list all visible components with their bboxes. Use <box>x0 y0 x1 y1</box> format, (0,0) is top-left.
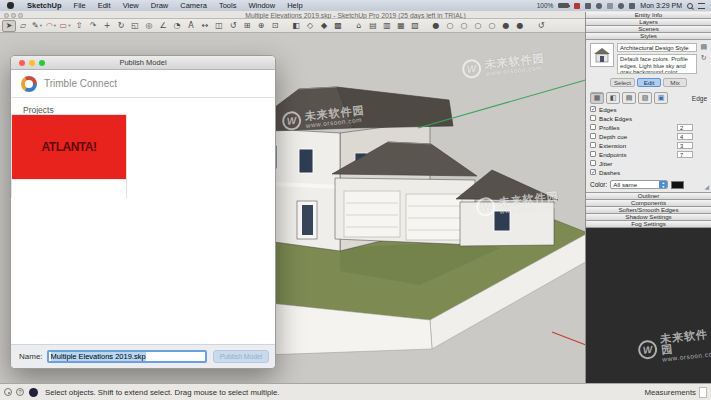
scene-7-icon[interactable]: ●▾ <box>513 20 527 32</box>
scene-4-icon[interactable]: ○▾ <box>471 20 485 32</box>
edge-option-value[interactable]: 7 <box>677 151 693 158</box>
volume-icon[interactable] <box>629 3 635 9</box>
extension-checkbox[interactable] <box>590 142 596 148</box>
menu-sketchup[interactable]: SketchUp <box>21 0 68 11</box>
edge-option-value[interactable]: 3 <box>677 142 693 149</box>
wifi-icon[interactable] <box>618 3 624 9</box>
edge-color-dropdown[interactable]: All same▲▼ <box>610 180 668 189</box>
menubar-extra-red-icon[interactable] <box>574 3 580 9</box>
scene-1-icon[interactable]: ●▾ <box>429 20 443 32</box>
pan-tool-icon[interactable]: ⊞▾ <box>240 20 254 32</box>
notification-center-icon[interactable] <box>698 3 705 9</box>
model-claim-icon[interactable] <box>29 388 38 397</box>
push-pull-tool-icon[interactable]: ⇧▾ <box>72 20 86 32</box>
orbit-tool-icon[interactable]: ↺▾ <box>226 20 240 32</box>
tape-measure-tool-icon[interactable]: ∠▾ <box>156 20 170 32</box>
eraser-tool-icon[interactable]: ▱▾ <box>16 20 30 32</box>
back-edges-checkbox[interactable] <box>590 115 596 121</box>
panel-styles[interactable]: Styles <box>586 33 711 40</box>
edge-settings-icon[interactable]: ▦ <box>590 92 604 104</box>
offset-tool-icon[interactable]: ◎▾ <box>142 20 156 32</box>
style-shaded-icon[interactable]: ◆▾ <box>317 20 331 32</box>
follow-me-tool-icon[interactable]: ↷▾ <box>86 20 100 32</box>
apple-menu-icon[interactable] <box>7 2 14 9</box>
tab-select[interactable]: Select <box>610 78 635 87</box>
zoom-tool-icon[interactable]: ⊕▾ <box>254 20 268 32</box>
iso-view-icon[interactable]: ⌂▾ <box>352 20 366 32</box>
geolocation-icon[interactable] <box>4 388 12 396</box>
endpoints-checkbox[interactable] <box>590 151 596 157</box>
dialog-minimize-button[interactable] <box>29 60 35 66</box>
sync-icon[interactable] <box>607 3 613 9</box>
scene-3-icon[interactable]: ○▾ <box>457 20 471 32</box>
dialog-close-button[interactable] <box>19 60 25 66</box>
face-settings-icon[interactable]: ◧ <box>606 92 620 104</box>
menu-draw[interactable]: Draw <box>145 0 175 11</box>
create-style-icon[interactable]: ▤ <box>700 43 707 51</box>
dropdown-stepper-icon[interactable]: ▲▼ <box>659 181 667 188</box>
dropdown-caret-icon[interactable]: ▾ <box>68 23 70 28</box>
style-thumbnail[interactable] <box>590 43 614 67</box>
menu-camera[interactable]: Camera <box>174 0 213 11</box>
style-wireframe-icon[interactable]: ◇▾ <box>303 20 317 32</box>
edge-option-value[interactable]: 4 <box>677 133 693 140</box>
edges-checkbox[interactable] <box>590 106 596 112</box>
edge-color-swatch[interactable] <box>671 181 684 189</box>
section-plane-tool-icon[interactable]: ◫▾ <box>212 20 226 32</box>
dialog-zoom-button[interactable] <box>39 60 45 66</box>
right-view-icon[interactable]: ▦▾ <box>394 20 408 32</box>
dialog-titlebar[interactable]: Publish Model <box>11 56 275 70</box>
menu-file[interactable]: File <box>68 0 92 11</box>
select-tool-icon[interactable]: ➤▾ <box>2 20 16 32</box>
scale-tool-icon[interactable]: ◱▾ <box>128 20 142 32</box>
update-style-icon[interactable]: ↻ <box>701 54 707 62</box>
panel-resize-grip[interactable]: ◢ <box>704 183 709 190</box>
tab-mix[interactable]: Mix <box>663 78 687 87</box>
menubar-extra-icon[interactable] <box>596 3 602 9</box>
menubar-extra-icon[interactable] <box>585 3 591 9</box>
tab-edit[interactable]: Edit <box>637 78 661 87</box>
dropdown-caret-icon[interactable]: ▾ <box>54 23 56 28</box>
move-tool-icon[interactable]: +▾ <box>100 20 114 32</box>
style-description[interactable]: Default face colors. Profile edges. Ligh… <box>617 54 697 74</box>
protractor-tool-icon[interactable]: ◔▾ <box>170 20 184 32</box>
dropdown-caret-icon[interactable]: ▾ <box>40 23 42 28</box>
menu-view[interactable]: View <box>117 0 145 11</box>
profiles-checkbox[interactable] <box>590 124 596 130</box>
modeling-settings-icon[interactable]: ▣ <box>654 92 668 104</box>
spotlight-icon[interactable] <box>687 3 693 9</box>
help-icon[interactable]: ? <box>16 388 24 396</box>
model-name-input[interactable]: Multiple Elevations 2019.skp <box>47 350 207 363</box>
measurements-field[interactable] <box>699 387 707 398</box>
dashes-checkbox[interactable] <box>590 169 596 175</box>
publish-model-button[interactable]: Publish Model <box>213 350 269 363</box>
top-view-icon[interactable]: ▤▾ <box>366 20 380 32</box>
scene-6-icon[interactable]: ●▾ <box>499 20 513 32</box>
orbit-view-icon[interactable]: ↺▾ <box>534 20 548 32</box>
menubar-clock[interactable]: Mon 3:29 PM <box>640 2 682 9</box>
front-view-icon[interactable]: ▥▾ <box>380 20 394 32</box>
menu-edit[interactable]: Edit <box>92 0 117 11</box>
depth-cue-checkbox[interactable] <box>590 133 596 139</box>
line-tool-icon[interactable]: ✎▾ <box>30 20 44 32</box>
zoom-extents-tool-icon[interactable]: ⊡▾ <box>268 20 282 32</box>
watermark-settings-icon[interactable]: ▨ <box>638 92 652 104</box>
style-name-field[interactable]: Architectural Design Style <box>617 43 697 52</box>
back-view-icon[interactable]: ▧▾ <box>408 20 422 32</box>
menu-tools[interactable]: Tools <box>213 0 243 11</box>
rotate-tool-icon[interactable]: ↻▾ <box>114 20 128 32</box>
style-textured-icon[interactable]: ▩▾ <box>331 20 345 32</box>
dimension-tool-icon[interactable]: ↔▾ <box>198 20 212 32</box>
scene-2-icon[interactable]: ○▾ <box>443 20 457 32</box>
battery-icon[interactable] <box>558 3 569 8</box>
text-tool-icon[interactable]: A▾ <box>184 20 198 32</box>
jitter-checkbox[interactable] <box>590 160 596 166</box>
menu-window[interactable]: Window <box>242 0 281 11</box>
project-atlanta[interactable]: ATLANTA! ✎ <box>11 114 127 198</box>
arc-tool-icon[interactable]: ◠▾ <box>44 20 58 32</box>
rectangle-tool-icon[interactable]: ▭▾ <box>58 20 72 32</box>
panel-fog-settings[interactable]: Fog Settings <box>586 221 711 228</box>
paint-bucket-tool-icon[interactable]: ◧▾ <box>289 20 303 32</box>
edge-option-value[interactable]: 2 <box>677 124 693 131</box>
background-settings-icon[interactable]: ▤ <box>622 92 636 104</box>
